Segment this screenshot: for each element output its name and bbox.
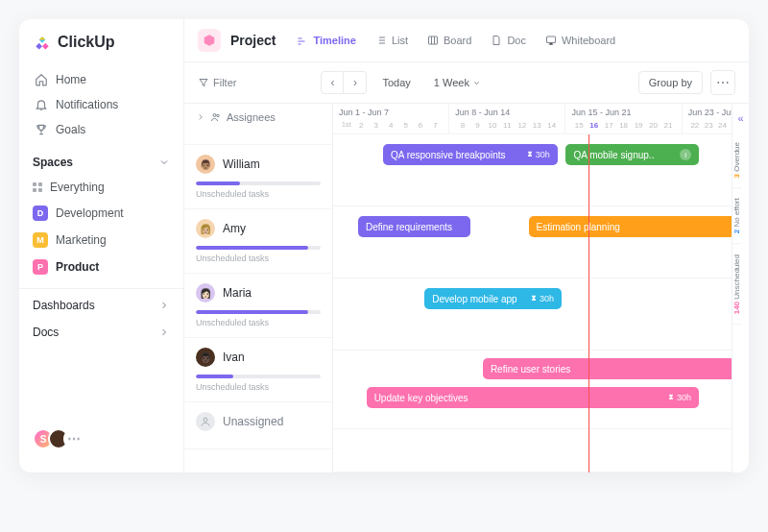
svg-rect-0	[429, 36, 438, 44]
assignee-row-maria[interactable]: 👩🏻Maria Unscheduled tasks	[184, 274, 332, 338]
gantt-row: Refine user stories Update key objective…	[333, 351, 749, 429]
collapse-icon	[196, 112, 205, 122]
space-product[interactable]: P Product	[19, 254, 183, 280]
tab-board[interactable]: Board	[420, 31, 479, 50]
more-button[interactable]: ⋯	[710, 70, 735, 95]
sidebar: ClickUp Home Notifications Goals Spaces …	[19, 19, 184, 472]
right-collapse-panel: « 3 Overdue 2 No effort 140 Unscheduled	[732, 104, 749, 472]
tab-list[interactable]: List	[368, 31, 416, 50]
gantt-row: Develop mobile app 30h	[333, 278, 749, 351]
timeline-view: Assignees 👨🏽William Unscheduled tasks 👩🏼…	[184, 104, 749, 472]
grid-icon	[33, 182, 42, 192]
topbar: Project Timeline List Board Doc Whiteboa…	[184, 19, 749, 62]
today-marker	[588, 134, 589, 472]
board-icon	[427, 35, 439, 46]
filterbar: Filter ‹ › Today 1 Week Group by ⋯	[184, 62, 749, 104]
spaces-header[interactable]: Spaces	[19, 146, 183, 175]
estimate-badge: 30h	[526, 150, 550, 159]
unscheduled-label: Unscheduled tasks	[196, 318, 321, 327]
next-button[interactable]: ›	[344, 71, 367, 94]
list-icon	[375, 35, 387, 46]
assignee-row-ivan[interactable]: 👨🏿Ivan Unscheduled tasks	[184, 338, 332, 402]
svg-rect-1	[546, 36, 555, 43]
filter-icon	[198, 77, 209, 88]
prev-button[interactable]: ‹	[321, 71, 344, 94]
date-nav-arrows: ‹ ›	[321, 71, 367, 94]
gantt-area[interactable]: Jun 1 - Jun 7 1st234567 Jun 8 - Jun 14 8…	[333, 104, 749, 472]
space-badge-m: M	[33, 232, 48, 248]
chevron-down-icon	[472, 79, 481, 87]
hourglass-icon	[530, 295, 538, 302]
space-badge-d: D	[33, 206, 48, 221]
nav-home[interactable]: Home	[27, 67, 176, 92]
tab-doc[interactable]: Doc	[483, 31, 534, 50]
trophy-icon	[35, 123, 48, 136]
avatar: 👨🏽	[196, 155, 215, 174]
tab-whiteboard[interactable]: Whiteboard	[538, 31, 623, 50]
collapse-right-button[interactable]: «	[732, 104, 749, 133]
info-icon: i	[680, 149, 691, 160]
space-marketing[interactable]: M Marketing	[19, 227, 183, 254]
doc-icon	[491, 35, 502, 46]
space-badge-p: P	[33, 259, 48, 275]
task-bar-qa-breakpoints[interactable]: QA responsive breakpoints 30h	[383, 144, 558, 165]
chevron-right-icon	[158, 326, 170, 338]
hourglass-icon	[526, 151, 534, 158]
unscheduled-label: Unscheduled tasks	[196, 189, 321, 199]
task-bar-qa-mobile[interactable]: QA mobile signup.. i	[565, 144, 699, 165]
assignee-column: Assignees 👨🏽William Unscheduled tasks 👩🏼…	[184, 104, 333, 472]
svg-point-3	[217, 114, 220, 117]
estimate-badge: 30h	[530, 294, 554, 303]
no-effort-badge[interactable]: 2 No effort	[732, 188, 741, 244]
avatar: 👩🏼	[196, 219, 215, 238]
nav-notifications[interactable]: Notifications	[27, 92, 176, 117]
unscheduled-label: Unscheduled tasks	[196, 382, 321, 392]
space-development[interactable]: D Development	[19, 200, 183, 227]
assignee-row-unassigned[interactable]: Unassigned	[184, 402, 332, 449]
nav-notifications-label: Notifications	[56, 98, 118, 111]
brand-name: ClickUp	[58, 34, 115, 51]
brand-logo[interactable]: ClickUp	[19, 33, 183, 63]
bell-icon	[35, 98, 48, 111]
project-title: Project	[230, 33, 276, 48]
nav-home-label: Home	[56, 73, 86, 86]
group-by-button[interactable]: Group by	[638, 71, 703, 94]
chevron-down-icon	[158, 157, 170, 168]
section-docs[interactable]: Docs	[19, 319, 183, 346]
assignee-row-amy[interactable]: 👩🏼Amy Unscheduled tasks	[184, 209, 332, 274]
assignee-row-william[interactable]: 👨🏽William Unscheduled tasks	[184, 145, 332, 209]
unscheduled-label: Unscheduled tasks	[196, 254, 321, 263]
avatar: 👩🏻	[196, 283, 215, 302]
task-bar-estimation[interactable]: Estimation planning	[529, 216, 741, 237]
avatar-more[interactable]: ⋯	[63, 428, 84, 449]
workload-bar	[196, 246, 321, 250]
filter-button[interactable]: Filter	[198, 77, 236, 88]
people-icon	[210, 111, 222, 123]
assignee-header[interactable]: Assignees	[184, 104, 332, 145]
svg-point-2	[213, 114, 216, 117]
workload-bar	[196, 181, 321, 185]
gantt-row: Define requirements Estimation planning	[333, 206, 749, 278]
range-select[interactable]: 1 Week	[426, 77, 489, 88]
workload-bar	[196, 375, 321, 378]
nav-goals[interactable]: Goals	[27, 117, 176, 142]
gantt-row: QA responsive breakpoints 30h QA mobile …	[333, 134, 749, 206]
unscheduled-badge[interactable]: 140 Unscheduled	[732, 245, 741, 325]
svg-point-4	[204, 418, 207, 422]
task-bar-update[interactable]: Update key objectives 30h	[367, 387, 699, 408]
section-dashboards[interactable]: Dashboards	[19, 288, 183, 319]
project-icon	[198, 29, 221, 52]
hourglass-icon	[667, 394, 675, 401]
clickup-logo-icon	[33, 33, 52, 52]
task-bar-develop-app[interactable]: Develop mobile app 30h	[424, 288, 562, 309]
task-bar-refine[interactable]: Refine user stories	[483, 358, 740, 379]
task-bar-define-req[interactable]: Define requirements	[358, 216, 470, 237]
workload-bar	[196, 310, 321, 314]
tab-timeline[interactable]: Timeline	[289, 31, 363, 50]
overdue-badge[interactable]: 3 Overdue	[732, 133, 741, 188]
timeline-icon	[297, 35, 308, 46]
today-button[interactable]: Today	[374, 77, 418, 88]
space-everything[interactable]: Everything	[19, 175, 183, 200]
gantt-body: QA responsive breakpoints 30h QA mobile …	[333, 134, 749, 472]
whiteboard-icon	[545, 35, 557, 46]
